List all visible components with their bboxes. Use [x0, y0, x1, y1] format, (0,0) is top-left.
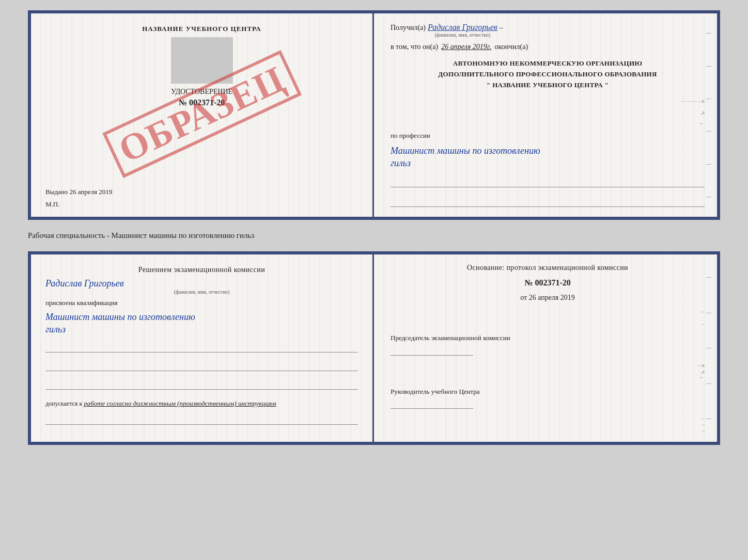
- bottom-dashes: – – –: [391, 415, 705, 434]
- date-value: 26 апреля 2019г.: [441, 43, 491, 51]
- top-doc-right: Получил(а) Радислав Григорьев (фамилия, …: [374, 13, 717, 217]
- issued-date: 26 апреля 2019: [70, 188, 113, 196]
- v-mark: [706, 131, 711, 132]
- director-signature-line: [391, 399, 473, 409]
- profession-line1: Машинист машины по изготовлению: [391, 146, 540, 156]
- v-mark: [706, 66, 711, 67]
- underline-2: [391, 196, 705, 207]
- protocol-number: № 002371-20: [391, 278, 705, 287]
- qual-underline-3: [45, 378, 358, 390]
- cert-title: УДОСТОВЕРЕНИЕ: [45, 88, 358, 96]
- qualification-label: присвоена квалификация: [45, 299, 358, 307]
- org-line3: " НАЗВАНИЕ УЧЕБНОГО ЦЕНТРА ": [391, 80, 705, 91]
- protocol-date-prefix: от: [520, 294, 527, 301]
- допуск-underline: [45, 413, 358, 425]
- received-name: Радислав Григорьев: [428, 23, 497, 31]
- right-dash-1: –: [391, 308, 705, 314]
- date-suffix: окончил(а): [494, 43, 528, 51]
- protocol-date-value: 26 апреля 2019: [529, 294, 575, 301]
- a-mark: ,а: [391, 109, 705, 115]
- chairman-signature-line: [391, 346, 473, 356]
- protocol-date: от 26 апреля 2019: [391, 294, 705, 302]
- received-label: Получил(а): [391, 24, 426, 32]
- qual-underline-1: [45, 341, 358, 353]
- v-mark-b4: [706, 383, 711, 384]
- director-block: Руководитель учебного Центра: [391, 387, 705, 409]
- chairman-label: Председатель экзаменационной комиссии: [391, 334, 510, 342]
- basis-title: Основание: протокол экзаменационной коми…: [391, 264, 705, 272]
- right-marks-bottom: [704, 254, 714, 442]
- profession-line2: гильз: [391, 158, 411, 168]
- chairman-block: Председатель экзаменационной комиссии: [391, 333, 705, 356]
- top-doc-left: НАЗВАНИЕ УЧЕБНОГО ЦЕНТРА УДОСТОВЕРЕНИЕ №…: [31, 13, 374, 217]
- допускается-block: допускается к работе согласно должностны…: [45, 399, 358, 408]
- decision-title: Решением экзаменационной комиссии: [45, 266, 358, 274]
- dash-1: –: [500, 24, 503, 32]
- underline-1: [391, 176, 705, 187]
- date-prefix: в том, что он(а): [391, 43, 438, 51]
- received-line: Получил(а) Радислав Григорьев (фамилия, …: [391, 23, 705, 38]
- v-mark-b1: [706, 277, 711, 278]
- center-title-top: НАЗВАНИЕ УЧЕБНОГО ЦЕНТРА: [45, 25, 358, 33]
- v-mark: [706, 99, 711, 99]
- org-line1: АВТОНОМНУЮ НЕКОММЕРЧЕСКУЮ ОРГАНИЗАЦИЮ: [391, 58, 705, 69]
- person-block: Радислав Григорьев (фамилия, имя, отчест…: [45, 278, 358, 295]
- допускается-prefix: допускается к: [45, 400, 82, 407]
- cert-number: № 002371-20: [45, 98, 358, 107]
- right-dash-2: –: [391, 321, 705, 327]
- qualification-value: Машинист машины по изготовлению гильз: [45, 311, 358, 335]
- issued-line: Выдано 26 апреля 2019: [45, 188, 358, 196]
- v-mark-b2: [706, 313, 711, 313]
- arrow-mark: ←: [391, 120, 705, 126]
- v-mark: [706, 33, 711, 34]
- person-sublabel: (фамилия, имя, отчество): [45, 289, 358, 295]
- bottom-doc-right: Основание: протокол экзаменационной коми…: [374, 254, 717, 442]
- qualification-line2: гильз: [45, 324, 66, 334]
- photo-placeholder: [171, 37, 233, 84]
- bottom-doc-left: Решением экзаменационной комиссии Радисл…: [31, 254, 374, 442]
- v-mark: [706, 197, 711, 197]
- person-name: Радислав Григорьев: [45, 278, 358, 289]
- допускается-value: работе согласно должностным (производств…: [84, 399, 276, 407]
- mp-line: М.П.: [45, 200, 358, 209]
- qualification-line1: Машинист машины по изготовлению: [45, 312, 195, 322]
- org-line2: ДОПОЛНИТЕЛЬНОГО ПРОФЕССИОНАЛЬНОГО ОБРАЗО…: [391, 69, 705, 80]
- profession-label: по профессии: [391, 132, 705, 140]
- v-mark-b5: [706, 419, 711, 419]
- top-document: НАЗВАНИЕ УЧЕБНОГО ЦЕНТРА УДОСТОВЕРЕНИЕ №…: [28, 10, 720, 220]
- profession-value: Машинист машины по изготовлению гильз: [391, 145, 705, 169]
- date-line: в том, что он(а) 26 апреля 2019г. окончи…: [391, 43, 705, 51]
- dots-line: - - - - - - и: [391, 98, 705, 104]
- v-mark: [706, 164, 711, 165]
- v-mark-b3: [706, 348, 711, 348]
- director-label: Руководитель учебного Центра: [391, 388, 480, 395]
- received-sublabel: (фамилия, имя, отчество): [428, 32, 497, 38]
- qual-underline-2: [45, 360, 358, 371]
- org-block: АВТОНОМНУЮ НЕКОММЕРЧЕСКУЮ ОРГАНИЗАЦИЮ ДО…: [391, 58, 705, 90]
- specialty-label: Рабочая специальность - Машинист машины …: [28, 229, 720, 242]
- bottom-document: Решением экзаменационной комиссии Радисл…: [28, 251, 720, 445]
- issued-label: Выдано: [45, 188, 68, 196]
- vertical-marks-right: [704, 13, 714, 217]
